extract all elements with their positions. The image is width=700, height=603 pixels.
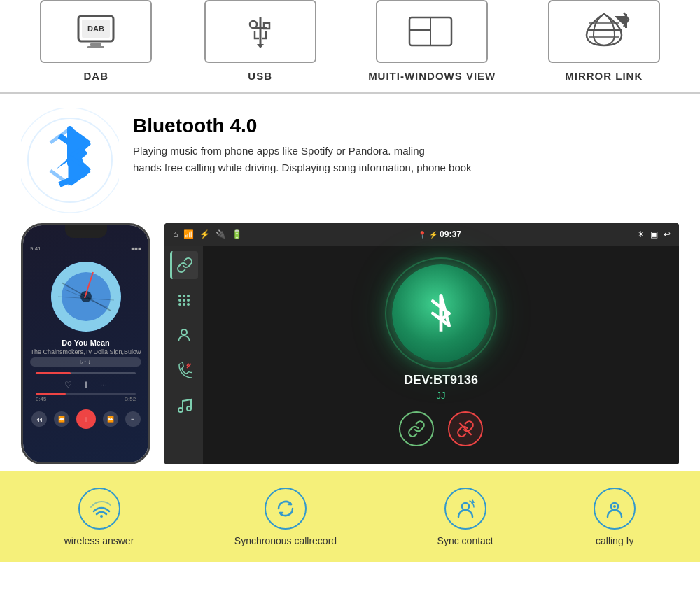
calling-ly-icon — [594, 488, 636, 530]
bt-icon: ⚡ — [429, 231, 438, 239]
calling-icon — [603, 497, 626, 520]
car-screen: ⌂ 📶 ⚡ 🔌 🔋 📍 ⚡ 09:37 ☀ ▣ ↩ — [164, 223, 679, 464]
svg-point-37 — [183, 303, 186, 306]
song-title: Do You Mean — [30, 339, 141, 347]
phone-time: 9:41 — [30, 246, 41, 252]
usb-label: USB — [248, 70, 272, 82]
phone-mockup: 9:41 ■■■ — [21, 223, 150, 464]
bt-outer-ring — [385, 257, 497, 369]
sidebar-calls[interactable] — [170, 356, 198, 384]
svg-point-41 — [187, 406, 191, 411]
device-name: DEV:BT9136 — [404, 373, 478, 388]
svg-line-43 — [459, 423, 471, 434]
window-icon[interactable]: ▣ — [650, 229, 658, 239]
svg-point-32 — [187, 295, 190, 297]
phone-notch — [65, 225, 107, 238]
progress-fill — [36, 372, 71, 374]
car-main-area: DEV:BT9136 JJ — [164, 246, 679, 464]
contact-sync-icon — [454, 497, 477, 520]
svg-rect-6 — [264, 23, 270, 29]
brightness-icon[interactable]: ☀ — [637, 229, 645, 239]
svg-point-38 — [187, 303, 190, 306]
bluetooth-logo — [35, 122, 105, 199]
car-sidebar — [164, 246, 203, 464]
bt-connect-button[interactable] — [399, 411, 434, 446]
wireless-answer-icon — [78, 488, 120, 530]
device-sub: JJ — [437, 390, 446, 401]
playback-controls: ⏮ ⏪ ⏸ ⏩ ≡ — [31, 409, 141, 429]
mirrorlink-label: MIRROR LINK — [565, 70, 643, 82]
statusbar-right: ☀ ▣ ↩ — [637, 229, 671, 239]
top-features-section: DAB DAB USB — [0, 0, 700, 94]
bluetooth-demo-images: 9:41 ■■■ — [21, 223, 679, 464]
phone-screen: 9:41 ■■■ — [23, 225, 148, 462]
sync-callrecord-label: Synchronous callrecord — [234, 535, 337, 546]
more-icon: ··· — [100, 380, 107, 390]
feature-usb: USB — [204, 0, 316, 82]
bluetooth-desc: Playing music from phone apps like Spoti… — [133, 143, 679, 176]
bt-desc-line1: Playing music from phone apps like Spoti… — [133, 145, 425, 157]
dialpad-icon — [176, 292, 192, 308]
time-fill — [36, 393, 66, 395]
svg-point-39 — [181, 329, 187, 335]
bluetooth-logo-area — [21, 108, 119, 213]
phone-call-icon — [176, 362, 192, 378]
svg-point-31 — [183, 295, 186, 297]
mirrorlink-icon — [576, 10, 632, 52]
usb-icon — [232, 10, 288, 52]
footer-sync-callrecord: Synchronous callrecord — [234, 488, 337, 546]
play-pause-button[interactable]: ⏸ — [76, 409, 96, 429]
sync-callrecord-icon — [265, 488, 307, 530]
sidebar-music[interactable] — [170, 391, 198, 419]
forward-button[interactable]: ⏩ — [103, 411, 118, 427]
album-art — [51, 262, 121, 332]
svg-rect-3 — [90, 43, 102, 46]
dab-label: DAB — [83, 70, 108, 82]
sidebar-bt-link[interactable] — [170, 251, 198, 279]
link-icon — [176, 257, 193, 274]
svg-text:DAB: DAB — [88, 24, 104, 33]
svg-line-21 — [50, 129, 70, 143]
svg-line-22 — [50, 171, 70, 185]
calling-ly-label: calling Iy — [596, 535, 634, 546]
multiwindow-icon-box — [376, 0, 488, 63]
sidebar-dialpad[interactable] — [170, 286, 198, 314]
feature-mirrorlink: MIRROR LINK — [548, 0, 660, 82]
multiwindow-label: MUITI-WINDOWS VIEW — [368, 70, 496, 82]
usb2-icon: 🔌 — [216, 229, 226, 239]
footer-wireless-answer: wireless answer — [64, 488, 134, 546]
album-svg — [51, 262, 121, 332]
back-icon[interactable]: ↩ — [664, 229, 671, 239]
svg-point-44 — [100, 515, 103, 518]
share-icon: ⬆ — [83, 380, 90, 390]
bluetooth-text-area: Bluetooth 4.0 Playing music from phone a… — [133, 108, 679, 176]
statusbar-center: 📍 ⚡ 09:37 — [418, 229, 461, 239]
status-time: 09:37 — [440, 229, 461, 239]
multiwindow-icon — [404, 10, 460, 52]
location-icon: 📍 — [418, 231, 426, 239]
footer-sync-contact: Sync contact — [438, 488, 493, 546]
bt-action-buttons — [399, 411, 483, 446]
time-bar — [36, 393, 136, 395]
svg-point-45 — [462, 503, 469, 510]
svg-point-47 — [613, 505, 616, 508]
signal-icon: 📶 — [183, 229, 194, 239]
battery-icon: 🔋 — [232, 229, 242, 239]
svg-point-40 — [178, 408, 183, 412]
sidebar-contacts[interactable] — [170, 321, 198, 349]
svg-point-30 — [178, 295, 181, 297]
prev-button[interactable]: ⏮ — [31, 411, 47, 427]
song-artist: The Chainsmokers,Ty Dolla Sign,Bülow — [30, 348, 141, 355]
person-icon — [176, 327, 192, 343]
time-labels: 0:45 3:52 — [36, 396, 136, 402]
home-icon[interactable]: ⌂ — [173, 229, 178, 239]
svg-point-33 — [178, 299, 181, 302]
footer-calling-ly: calling Iy — [594, 488, 636, 546]
rewind-button[interactable]: ⏪ — [54, 411, 69, 427]
song-badge: ♭↑ ↓ — [30, 357, 141, 367]
menu-button[interactable]: ≡ — [125, 411, 141, 427]
svg-point-35 — [187, 299, 190, 302]
bt-disconnect-button[interactable] — [448, 411, 483, 446]
wireless-answer-label: wireless answer — [64, 535, 134, 546]
connect-icon — [407, 420, 426, 438]
